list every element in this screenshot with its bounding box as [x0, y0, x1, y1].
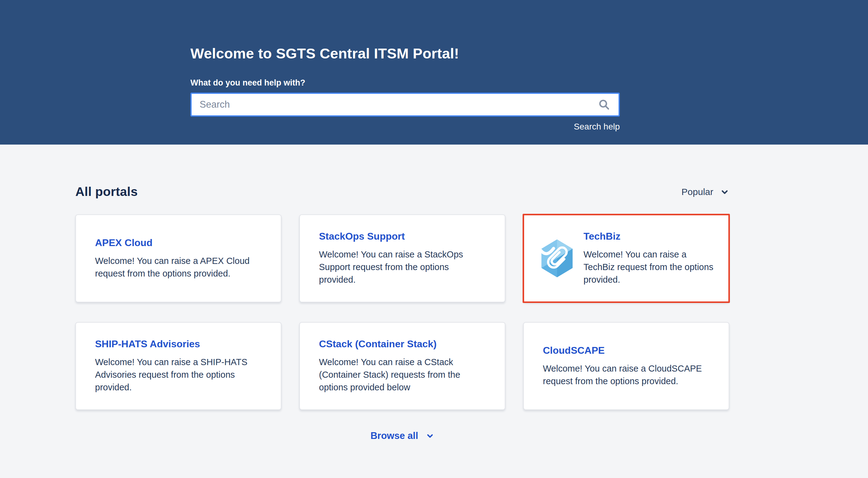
portal-card-apex-cloud[interactable]: APEX Cloud Welcome! You can raise a APEX… — [75, 214, 281, 302]
search-help-link[interactable]: Search help — [190, 122, 620, 132]
portal-card-title[interactable]: SHIP-HATS Advisories — [95, 338, 262, 350]
portal-card-title[interactable]: TechBiz — [584, 231, 716, 242]
sort-dropdown-value: Popular — [682, 187, 713, 197]
portal-card-description: Welcome! You can raise a CloudSCAPE requ… — [543, 362, 710, 388]
portal-card-description: Welcome! You can raise a TechBiz request… — [584, 248, 716, 286]
chevron-down-icon — [720, 187, 729, 196]
portal-card-title[interactable]: StackOps Support — [319, 231, 486, 242]
chevron-down-icon — [426, 432, 434, 440]
sort-dropdown[interactable]: Popular — [682, 187, 729, 197]
search-icon[interactable] — [598, 98, 611, 111]
portal-card-stackops-support[interactable]: StackOps Support Welcome! You can raise … — [299, 214, 505, 302]
portal-card-title[interactable]: CloudSCAPE — [543, 345, 710, 356]
portal-card-cloudscape[interactable]: CloudSCAPE Welcome! You can raise a Clou… — [523, 322, 729, 410]
portal-card-cstack[interactable]: CStack (Container Stack) Welcome! You ca… — [299, 322, 505, 410]
portal-card-ship-hats-advisories[interactable]: SHIP-HATS Advisories Welcome! You can ra… — [75, 322, 281, 410]
portals-heading: All portals — [75, 185, 138, 199]
search-input[interactable] — [199, 99, 598, 110]
portal-card-techbiz[interactable]: TechBiz Welcome! You can raise a TechBiz… — [523, 214, 729, 302]
portal-card-title[interactable]: CStack (Container Stack) — [319, 338, 486, 350]
hero-banner: Welcome to SGTS Central ITSM Portal! Wha… — [0, 0, 868, 145]
portal-card-description: Welcome! You can raise a APEX Cloud requ… — [95, 255, 262, 280]
paperclip-hexagon-icon — [540, 239, 574, 278]
portal-card-description: Welcome! You can raise a StackOps Suppor… — [319, 248, 486, 286]
browse-all-label: Browse all — [370, 430, 418, 441]
portal-card-description: Welcome! You can raise a CStack (Contain… — [319, 356, 486, 394]
portal-card-grid: APEX Cloud Welcome! You can raise a APEX… — [75, 214, 729, 410]
portal-card-description: Welcome! You can raise a SHIP-HATS Advis… — [95, 356, 262, 394]
search-box[interactable] — [190, 93, 620, 117]
portals-section: All portals Popular APEX Cloud Welcome! … — [75, 185, 729, 441]
page-title: Welcome to SGTS Central ITSM Portal! — [190, 45, 620, 62]
browse-all-button[interactable]: Browse all — [75, 430, 729, 441]
search-label: What do you need help with? — [190, 78, 620, 88]
portal-card-title[interactable]: APEX Cloud — [95, 237, 262, 249]
